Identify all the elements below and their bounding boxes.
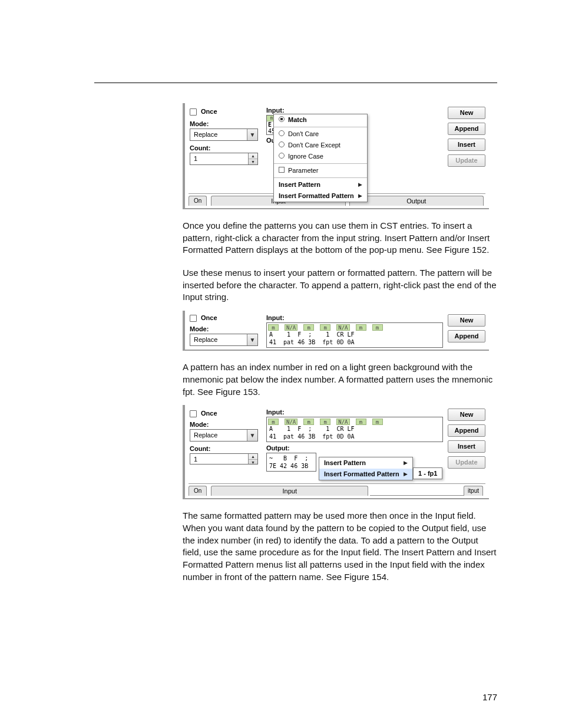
mode-value: Replace	[194, 431, 217, 439]
once-label: Once	[201, 410, 217, 417]
once-checkbox-row[interactable]: Once	[190, 410, 259, 417]
mode-value: Replace	[194, 336, 217, 343]
tab-on[interactable]: On	[189, 196, 207, 206]
submenu-fpattern[interactable]: 1 - fp1	[413, 467, 442, 479]
insert-button[interactable]: Insert	[448, 440, 485, 453]
menu-match[interactable]: Match	[274, 114, 367, 126]
col-header-output-trunc: itput	[464, 486, 483, 496]
new-button[interactable]: New	[448, 314, 485, 327]
once-checkbox[interactable]	[190, 108, 197, 116]
update-button: Update	[448, 456, 485, 469]
tab-on[interactable]: On	[189, 486, 207, 496]
new-button[interactable]: New	[448, 107, 485, 119]
count-value: 1	[194, 155, 197, 162]
col-header-output: Output	[349, 196, 484, 206]
once-checkbox[interactable]	[190, 315, 197, 322]
mode-label: Mode:	[190, 120, 259, 127]
mode-combo[interactable]: Replace ▼	[190, 129, 258, 141]
output-context-menu[interactable]: Insert Pattern▶ Insert Formatted Pattern…	[319, 457, 413, 480]
chevron-down-icon[interactable]: ▼	[247, 129, 257, 140]
page-number: 177	[482, 692, 497, 702]
input-row-hex: 41 pat 46 3B fpt 0D 0A	[268, 433, 441, 440]
count-label: Count:	[190, 445, 259, 452]
append-button[interactable]: Append	[448, 424, 485, 437]
mode-label: Mode:	[190, 421, 259, 428]
menu-insert-pattern[interactable]: Insert Pattern▶	[319, 457, 412, 469]
submenu-item[interactable]: 1 - fp1	[418, 470, 437, 477]
mode-combo[interactable]: Replace ▼	[190, 334, 258, 346]
menu-insert-pattern[interactable]: Insert Pattern▶	[274, 179, 367, 190]
count-spin[interactable]: 1 ▲▼	[190, 153, 258, 165]
menu-ignorecase[interactable]: Ignore Case	[274, 151, 367, 162]
input-row-chars: A 1 F ; 1 CR LF	[268, 425, 441, 433]
input-box[interactable]: m N/A m m N/A m m A 1 F ; 1 CR LF 41 pat…	[266, 417, 443, 442]
update-button: Update	[448, 154, 485, 167]
once-checkbox-row[interactable]: Once	[190, 314, 259, 322]
chevron-right-icon: ▶	[404, 471, 408, 477]
paragraph: Use these menus to insert your pattern o…	[94, 267, 497, 304]
chevron-down-icon[interactable]: ▼	[247, 430, 257, 441]
output-row-chars: ~ B F ;	[268, 454, 315, 462]
count-label: Count:	[190, 144, 259, 151]
paragraph: The same formatted pattern may be used m…	[94, 510, 497, 583]
append-button[interactable]: Append	[448, 123, 485, 135]
mode-combo[interactable]: Replace ▼	[190, 429, 258, 442]
output-box[interactable]: ~ B F ; 7E 42 46 3B	[266, 453, 316, 472]
paragraph: Once you define the patterns you can use…	[94, 220, 497, 256]
chevron-right-icon: ▶	[358, 182, 362, 187]
append-button[interactable]: Append	[448, 330, 485, 342]
menu-insert-fpattern[interactable]: Insert Formatted Pattern▶	[319, 469, 412, 480]
count-value: 1	[194, 456, 197, 463]
menu-dontcare-except[interactable]: Don't Care Except	[274, 140, 367, 151]
mode-value: Replace	[194, 131, 217, 138]
insert-button[interactable]: Insert	[448, 139, 485, 151]
count-spin[interactable]: 1 ▲▼	[190, 453, 258, 465]
col-header-input: Input	[211, 486, 368, 496]
new-button[interactable]: New	[448, 409, 485, 421]
context-menu[interactable]: Match Don't Care Don't Care Except Ignor…	[273, 114, 368, 202]
menu-dontcare[interactable]: Don't Care	[274, 129, 367, 140]
mode-label: Mode:	[190, 325, 259, 332]
chevron-down-icon[interactable]: ▼	[247, 334, 257, 345]
once-label: Once	[201, 108, 217, 115]
once-checkbox-row[interactable]: Once	[190, 108, 259, 116]
chevron-right-icon: ▶	[404, 460, 408, 466]
once-checkbox[interactable]	[190, 410, 197, 417]
output-row-hex: 7E 42 46 3B	[268, 462, 315, 470]
once-label: Once	[201, 314, 217, 321]
menu-insert-fpattern[interactable]: Insert Formatted Pattern▶	[274, 190, 367, 202]
input-box[interactable]: m N/A m m N/A m m A 1 F ; 1 CR LF 41 pat…	[266, 322, 443, 348]
chevron-right-icon: ▶	[358, 193, 362, 199]
paragraph: A pattern has an index number in red on …	[94, 361, 497, 398]
input-row-chars: A 1 F ; 1 CR LF	[268, 331, 441, 338]
input-row-hex: 41 pat 46 3B fpt 0D 0A	[268, 338, 441, 346]
menu-parameter[interactable]: Parameter	[274, 165, 367, 176]
